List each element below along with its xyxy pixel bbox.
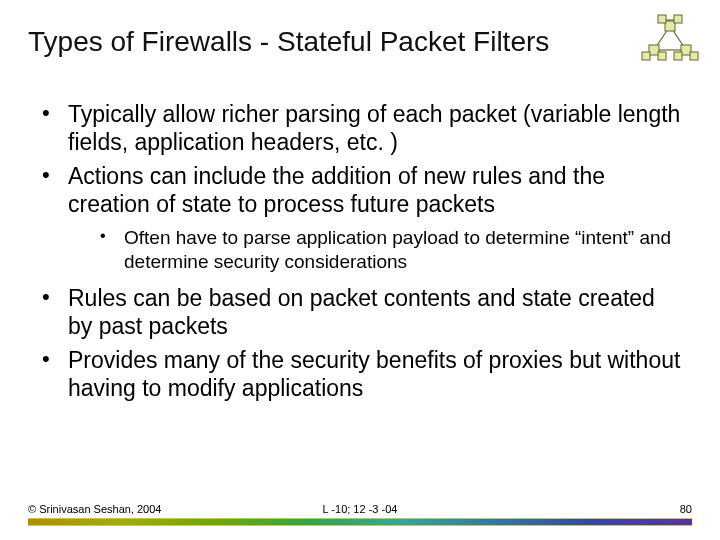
slide-footer: © Srinivasan Seshan, 2004 L -10; 12 -3 -… [0, 495, 720, 515]
footer-lecture-id: L -10; 12 -3 -04 [323, 503, 398, 515]
bullet-item: Actions can include the addition of new … [36, 162, 684, 274]
svg-rect-13 [658, 15, 666, 23]
bullet-item: Provides many of the security benefits o… [36, 346, 684, 402]
slide-body: Typically allow richer parsing of each p… [36, 100, 684, 408]
sub-bullet-item: Often have to parse application payload … [68, 226, 684, 274]
slide-logo-icon [638, 14, 702, 66]
decorative-divider [28, 518, 692, 526]
footer-copyright: © Srinivasan Seshan, 2004 [28, 503, 161, 515]
svg-rect-16 [658, 52, 666, 60]
svg-rect-17 [674, 52, 682, 60]
bullet-item: Rules can be based on packet contents an… [36, 284, 684, 340]
svg-rect-18 [690, 52, 698, 60]
svg-rect-15 [642, 52, 650, 60]
bullet-text: Actions can include the addition of new … [68, 163, 605, 217]
footer-page-number: 80 [680, 503, 692, 515]
bullet-item: Typically allow richer parsing of each p… [36, 100, 684, 156]
slide-title: Types of Firewalls - Stateful Packet Fil… [28, 26, 630, 58]
slide: Types of Firewalls - Stateful Packet Fil… [0, 0, 720, 540]
svg-rect-14 [674, 15, 682, 23]
